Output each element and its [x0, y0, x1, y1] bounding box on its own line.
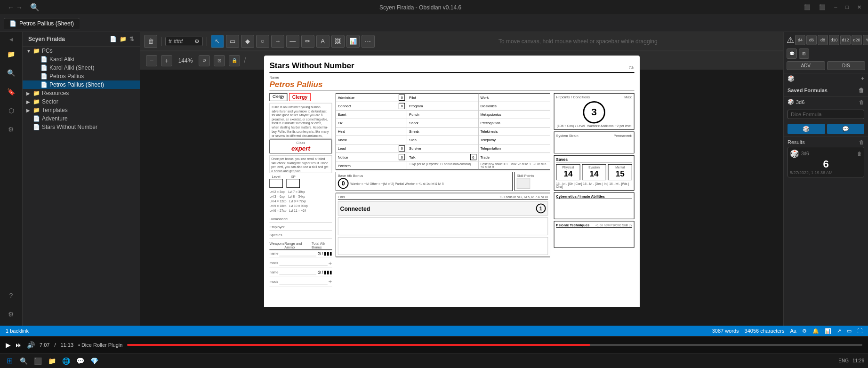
close-btn[interactable]: ✕: [854, 3, 864, 11]
search-icon[interactable]: 🔍: [30, 3, 40, 12]
settings2-icon[interactable]: ⚙: [4, 307, 19, 322]
icon-window-status[interactable]: ▭: [847, 328, 852, 334]
skill-administer-val[interactable]: 0: [399, 95, 405, 101]
strain-value[interactable]: [556, 138, 632, 152]
hash-settings-icon[interactable]: ⚙: [194, 38, 200, 45]
maximize-btn[interactable]: □: [843, 3, 852, 11]
results-delete-icon[interactable]: 🗑: [859, 139, 864, 145]
obsidian-btn[interactable]: 💎: [88, 355, 100, 367]
new-folder-icon[interactable]: 📁: [120, 36, 127, 42]
hash-input-container[interactable]: # ⚙: [165, 37, 203, 46]
d8-btn[interactable]: d8: [818, 35, 828, 45]
skill-work-val[interactable]: [542, 95, 548, 101]
weapon-mods-1[interactable]: [279, 260, 328, 265]
icon-info-status[interactable]: 🔔: [812, 328, 819, 334]
panel-dice-icon[interactable]: 🎲: [788, 75, 795, 82]
background-tab[interactable]: Clergy: [269, 93, 287, 101]
icon-share-status[interactable]: ↗: [837, 328, 841, 334]
more-tool-btn[interactable]: ⋯: [362, 35, 375, 48]
skill-teleportation-val[interactable]: [542, 145, 548, 152]
tree-resources-folder[interactable]: ▶ 📁 Resources: [23, 89, 140, 97]
skill-pilot-val[interactable]: [470, 95, 476, 101]
skill-punch-val[interactable]: [470, 112, 476, 118]
weapon-name-1[interactable]: [279, 251, 316, 256]
tree-pcs-folder[interactable]: ▼ 📁 PCs: [23, 47, 140, 55]
employer-value[interactable]: [298, 224, 332, 230]
base-atk-value[interactable]: 0: [338, 178, 349, 189]
tree-templates-folder[interactable]: ▶ 📁 Templates: [23, 106, 140, 114]
graph-view-icon[interactable]: ⬡: [4, 103, 19, 118]
collapse-sidebar-btn[interactable]: ◀: [8, 36, 14, 43]
arrow-tool-btn[interactable]: →: [271, 35, 284, 48]
new-note-icon[interactable]: 📄: [110, 36, 117, 42]
discord-btn[interactable]: 💬: [74, 355, 86, 367]
icon-graph-status[interactable]: 📊: [825, 328, 831, 334]
skill-sneak-val[interactable]: [470, 128, 476, 135]
skill-know-val[interactable]: [399, 137, 405, 143]
tab-petros-sheet[interactable]: 📄 Petros Pallius (Sheet): [4, 18, 80, 29]
hash-text-input[interactable]: [174, 38, 193, 45]
canvas-area[interactable]: Stars Without Number Ch Name Petros Pall…: [140, 51, 783, 326]
chrome-btn[interactable]: 🌐: [60, 355, 72, 367]
weapon-name-2[interactable]: [279, 270, 316, 275]
skill-telekinesis-val[interactable]: [542, 128, 548, 135]
rect-tool-btn[interactable]: ▭: [226, 35, 239, 48]
skip-btn[interactable]: ⏭: [16, 341, 22, 349]
skill-survive-val[interactable]: [470, 145, 476, 152]
chat-btn[interactable]: 💬: [827, 124, 865, 134]
skill-shoot-val[interactable]: [470, 120, 476, 126]
volume-btn[interactable]: 🔊: [27, 341, 35, 349]
tree-petros-pallius[interactable]: 📄 Petros Pallius: [23, 72, 140, 80]
tree-swn-file[interactable]: 📄 Stars Without Number: [23, 123, 140, 131]
foci-slot-3[interactable]: [338, 237, 548, 255]
settings-icon[interactable]: ⚙: [4, 122, 19, 137]
text-tool-btn[interactable]: A: [316, 35, 330, 48]
skill-precognition-val[interactable]: [542, 120, 548, 126]
search-ribbon-icon[interactable]: 🔍: [4, 65, 19, 80]
skill-program-val[interactable]: [470, 103, 476, 109]
icon-fullscreen-status[interactable]: ⛶: [857, 328, 862, 334]
skill-trade-val[interactable]: [542, 154, 548, 160]
d6-btn[interactable]: d6: [806, 35, 817, 45]
hp-value-circle[interactable]: 3: [583, 101, 605, 124]
weapon-plus-1[interactable]: +: [329, 259, 332, 266]
formula-delete-icon[interactable]: 🗑: [859, 99, 864, 105]
skill-heal-val[interactable]: [399, 128, 405, 135]
skill-talk-val[interactable]: 0: [470, 154, 476, 160]
dice-icon-grid[interactable]: ⊞: [799, 48, 809, 59]
pencil-tool-btn[interactable]: ✏: [301, 35, 314, 48]
dice-icon-msg[interactable]: 💬: [787, 48, 797, 59]
skill-perform-val[interactable]: [399, 162, 405, 168]
homeworld-value[interactable]: [298, 216, 332, 222]
search-taskbar-btn[interactable]: 🔍: [18, 355, 29, 367]
adv-btn[interactable]: ADV: [787, 61, 825, 70]
file-explorer-icon[interactable]: 📁: [4, 47, 19, 62]
help-icon[interactable]: ?: [4, 288, 19, 303]
d20-btn[interactable]: d20: [852, 35, 862, 45]
level-value[interactable]: [269, 179, 283, 188]
result-delete-icon[interactable]: 🗑: [857, 151, 862, 156]
delete-btn[interactable]: 🗑: [144, 35, 157, 48]
skill-telepathy-val[interactable]: [542, 137, 548, 143]
skill-lead-val[interactable]: 0: [399, 145, 405, 152]
weapon-mods-2[interactable]: [279, 279, 328, 284]
file-explorer-taskbar-btn[interactable]: 📁: [46, 355, 57, 367]
d12-btn[interactable]: d12: [840, 35, 851, 45]
saved-formula-3d6[interactable]: 🎲 3d6 🗑: [784, 97, 868, 107]
skill-metapsionics-val[interactable]: [542, 112, 548, 118]
saved-formulas-delete-icon[interactable]: 🗑: [859, 87, 864, 94]
skill-fix-val[interactable]: [399, 120, 405, 126]
dis-btn[interactable]: DIS: [827, 61, 866, 70]
d100-btn[interactable]: %: [863, 35, 868, 45]
d10-btn[interactable]: d10: [829, 35, 839, 45]
skill-stab-val[interactable]: [470, 137, 476, 143]
back-arrow[interactable]: ←: [8, 4, 14, 11]
start-btn[interactable]: ⊞: [4, 355, 15, 367]
line-tool-btn[interactable]: —: [286, 35, 299, 48]
tree-petros-sheet[interactable]: 📄 Petros Pallius (Sheet): [23, 80, 140, 89]
icon-settings-status[interactable]: ⚙: [802, 328, 807, 334]
xp-value[interactable]: [287, 179, 300, 188]
d4-btn[interactable]: d4: [795, 35, 805, 45]
play-btn[interactable]: ▶: [6, 341, 11, 349]
circle-tool-btn[interactable]: ○: [256, 35, 269, 48]
